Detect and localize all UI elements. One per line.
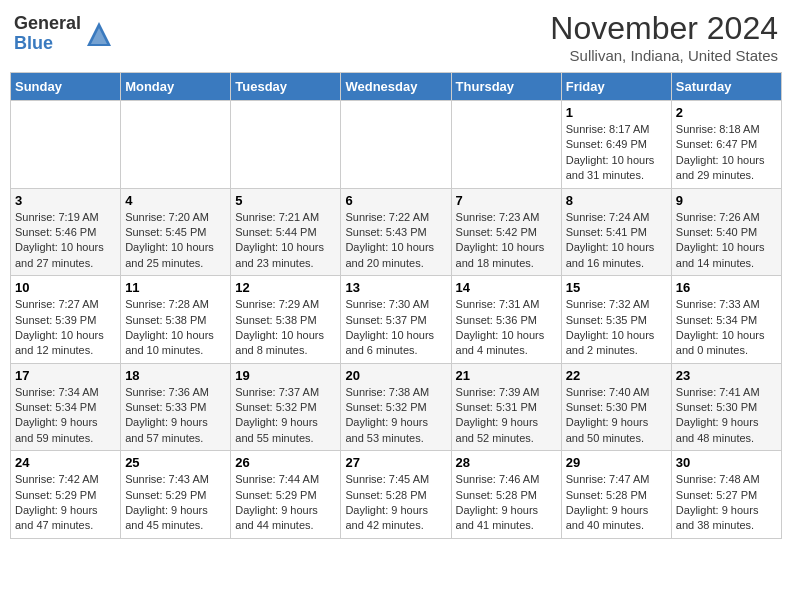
day-info: Sunrise: 7:23 AM Sunset: 5:42 PM Dayligh… bbox=[456, 210, 557, 272]
weekday-header: Thursday bbox=[451, 73, 561, 101]
day-number: 1 bbox=[566, 105, 667, 120]
page-header: General Blue November 2024 Sullivan, Ind… bbox=[10, 10, 782, 64]
day-info: Sunrise: 7:41 AM Sunset: 5:30 PM Dayligh… bbox=[676, 385, 777, 447]
day-number: 28 bbox=[456, 455, 557, 470]
day-info: Sunrise: 7:43 AM Sunset: 5:29 PM Dayligh… bbox=[125, 472, 226, 534]
day-info: Sunrise: 7:39 AM Sunset: 5:31 PM Dayligh… bbox=[456, 385, 557, 447]
weekday-header: Sunday bbox=[11, 73, 121, 101]
day-info: Sunrise: 7:20 AM Sunset: 5:45 PM Dayligh… bbox=[125, 210, 226, 272]
day-number: 29 bbox=[566, 455, 667, 470]
day-info: Sunrise: 7:47 AM Sunset: 5:28 PM Dayligh… bbox=[566, 472, 667, 534]
day-number: 13 bbox=[345, 280, 446, 295]
day-number: 23 bbox=[676, 368, 777, 383]
day-info: Sunrise: 7:21 AM Sunset: 5:44 PM Dayligh… bbox=[235, 210, 336, 272]
day-number: 14 bbox=[456, 280, 557, 295]
calendar-cell: 22Sunrise: 7:40 AM Sunset: 5:30 PM Dayli… bbox=[561, 363, 671, 451]
calendar-cell: 10Sunrise: 7:27 AM Sunset: 5:39 PM Dayli… bbox=[11, 276, 121, 364]
calendar-cell: 18Sunrise: 7:36 AM Sunset: 5:33 PM Dayli… bbox=[121, 363, 231, 451]
day-number: 7 bbox=[456, 193, 557, 208]
day-info: Sunrise: 7:26 AM Sunset: 5:40 PM Dayligh… bbox=[676, 210, 777, 272]
day-number: 17 bbox=[15, 368, 116, 383]
day-number: 16 bbox=[676, 280, 777, 295]
day-info: Sunrise: 7:19 AM Sunset: 5:46 PM Dayligh… bbox=[15, 210, 116, 272]
month-title: November 2024 bbox=[550, 10, 778, 47]
day-number: 11 bbox=[125, 280, 226, 295]
day-info: Sunrise: 7:27 AM Sunset: 5:39 PM Dayligh… bbox=[15, 297, 116, 359]
calendar-cell: 15Sunrise: 7:32 AM Sunset: 5:35 PM Dayli… bbox=[561, 276, 671, 364]
day-info: Sunrise: 7:34 AM Sunset: 5:34 PM Dayligh… bbox=[15, 385, 116, 447]
day-info: Sunrise: 7:48 AM Sunset: 5:27 PM Dayligh… bbox=[676, 472, 777, 534]
day-number: 6 bbox=[345, 193, 446, 208]
day-number: 15 bbox=[566, 280, 667, 295]
day-info: Sunrise: 7:31 AM Sunset: 5:36 PM Dayligh… bbox=[456, 297, 557, 359]
day-number: 20 bbox=[345, 368, 446, 383]
day-info: Sunrise: 7:40 AM Sunset: 5:30 PM Dayligh… bbox=[566, 385, 667, 447]
calendar-cell bbox=[451, 101, 561, 189]
day-info: Sunrise: 7:46 AM Sunset: 5:28 PM Dayligh… bbox=[456, 472, 557, 534]
calendar-cell: 29Sunrise: 7:47 AM Sunset: 5:28 PM Dayli… bbox=[561, 451, 671, 539]
day-number: 26 bbox=[235, 455, 336, 470]
day-number: 25 bbox=[125, 455, 226, 470]
calendar-week-row: 10Sunrise: 7:27 AM Sunset: 5:39 PM Dayli… bbox=[11, 276, 782, 364]
calendar-cell: 11Sunrise: 7:28 AM Sunset: 5:38 PM Dayli… bbox=[121, 276, 231, 364]
day-number: 27 bbox=[345, 455, 446, 470]
calendar-cell: 5Sunrise: 7:21 AM Sunset: 5:44 PM Daylig… bbox=[231, 188, 341, 276]
calendar-cell: 17Sunrise: 7:34 AM Sunset: 5:34 PM Dayli… bbox=[11, 363, 121, 451]
calendar-cell: 9Sunrise: 7:26 AM Sunset: 5:40 PM Daylig… bbox=[671, 188, 781, 276]
day-number: 19 bbox=[235, 368, 336, 383]
day-number: 24 bbox=[15, 455, 116, 470]
weekday-header: Tuesday bbox=[231, 73, 341, 101]
calendar-cell: 4Sunrise: 7:20 AM Sunset: 5:45 PM Daylig… bbox=[121, 188, 231, 276]
day-info: Sunrise: 7:33 AM Sunset: 5:34 PM Dayligh… bbox=[676, 297, 777, 359]
day-info: Sunrise: 7:32 AM Sunset: 5:35 PM Dayligh… bbox=[566, 297, 667, 359]
calendar-cell: 2Sunrise: 8:18 AM Sunset: 6:47 PM Daylig… bbox=[671, 101, 781, 189]
calendar-cell: 1Sunrise: 8:17 AM Sunset: 6:49 PM Daylig… bbox=[561, 101, 671, 189]
day-info: Sunrise: 7:29 AM Sunset: 5:38 PM Dayligh… bbox=[235, 297, 336, 359]
calendar-header-row: SundayMondayTuesdayWednesdayThursdayFrid… bbox=[11, 73, 782, 101]
weekday-header: Saturday bbox=[671, 73, 781, 101]
day-info: Sunrise: 7:37 AM Sunset: 5:32 PM Dayligh… bbox=[235, 385, 336, 447]
day-number: 4 bbox=[125, 193, 226, 208]
calendar-cell: 12Sunrise: 7:29 AM Sunset: 5:38 PM Dayli… bbox=[231, 276, 341, 364]
logo-icon bbox=[85, 20, 113, 48]
calendar-week-row: 24Sunrise: 7:42 AM Sunset: 5:29 PM Dayli… bbox=[11, 451, 782, 539]
calendar-cell: 23Sunrise: 7:41 AM Sunset: 5:30 PM Dayli… bbox=[671, 363, 781, 451]
calendar-cell: 20Sunrise: 7:38 AM Sunset: 5:32 PM Dayli… bbox=[341, 363, 451, 451]
calendar-cell: 16Sunrise: 7:33 AM Sunset: 5:34 PM Dayli… bbox=[671, 276, 781, 364]
day-info: Sunrise: 7:45 AM Sunset: 5:28 PM Dayligh… bbox=[345, 472, 446, 534]
calendar-week-row: 1Sunrise: 8:17 AM Sunset: 6:49 PM Daylig… bbox=[11, 101, 782, 189]
day-number: 2 bbox=[676, 105, 777, 120]
calendar-cell bbox=[341, 101, 451, 189]
day-number: 3 bbox=[15, 193, 116, 208]
day-number: 5 bbox=[235, 193, 336, 208]
calendar-cell: 27Sunrise: 7:45 AM Sunset: 5:28 PM Dayli… bbox=[341, 451, 451, 539]
day-info: Sunrise: 7:28 AM Sunset: 5:38 PM Dayligh… bbox=[125, 297, 226, 359]
day-number: 30 bbox=[676, 455, 777, 470]
calendar-week-row: 3Sunrise: 7:19 AM Sunset: 5:46 PM Daylig… bbox=[11, 188, 782, 276]
calendar-cell: 25Sunrise: 7:43 AM Sunset: 5:29 PM Dayli… bbox=[121, 451, 231, 539]
logo-general-text: General bbox=[14, 14, 81, 34]
weekday-header: Friday bbox=[561, 73, 671, 101]
day-info: Sunrise: 7:44 AM Sunset: 5:29 PM Dayligh… bbox=[235, 472, 336, 534]
day-info: Sunrise: 7:42 AM Sunset: 5:29 PM Dayligh… bbox=[15, 472, 116, 534]
day-info: Sunrise: 7:22 AM Sunset: 5:43 PM Dayligh… bbox=[345, 210, 446, 272]
day-number: 22 bbox=[566, 368, 667, 383]
calendar-cell: 21Sunrise: 7:39 AM Sunset: 5:31 PM Dayli… bbox=[451, 363, 561, 451]
day-number: 10 bbox=[15, 280, 116, 295]
calendar-cell: 19Sunrise: 7:37 AM Sunset: 5:32 PM Dayli… bbox=[231, 363, 341, 451]
day-number: 12 bbox=[235, 280, 336, 295]
calendar-cell bbox=[11, 101, 121, 189]
day-info: Sunrise: 8:17 AM Sunset: 6:49 PM Dayligh… bbox=[566, 122, 667, 184]
calendar-week-row: 17Sunrise: 7:34 AM Sunset: 5:34 PM Dayli… bbox=[11, 363, 782, 451]
weekday-header: Wednesday bbox=[341, 73, 451, 101]
title-block: November 2024 Sullivan, Indiana, United … bbox=[550, 10, 778, 64]
day-number: 9 bbox=[676, 193, 777, 208]
calendar-cell bbox=[231, 101, 341, 189]
day-number: 8 bbox=[566, 193, 667, 208]
day-info: Sunrise: 8:18 AM Sunset: 6:47 PM Dayligh… bbox=[676, 122, 777, 184]
calendar-cell: 24Sunrise: 7:42 AM Sunset: 5:29 PM Dayli… bbox=[11, 451, 121, 539]
day-info: Sunrise: 7:30 AM Sunset: 5:37 PM Dayligh… bbox=[345, 297, 446, 359]
logo-blue-text: Blue bbox=[14, 34, 81, 54]
calendar-cell: 26Sunrise: 7:44 AM Sunset: 5:29 PM Dayli… bbox=[231, 451, 341, 539]
day-number: 18 bbox=[125, 368, 226, 383]
